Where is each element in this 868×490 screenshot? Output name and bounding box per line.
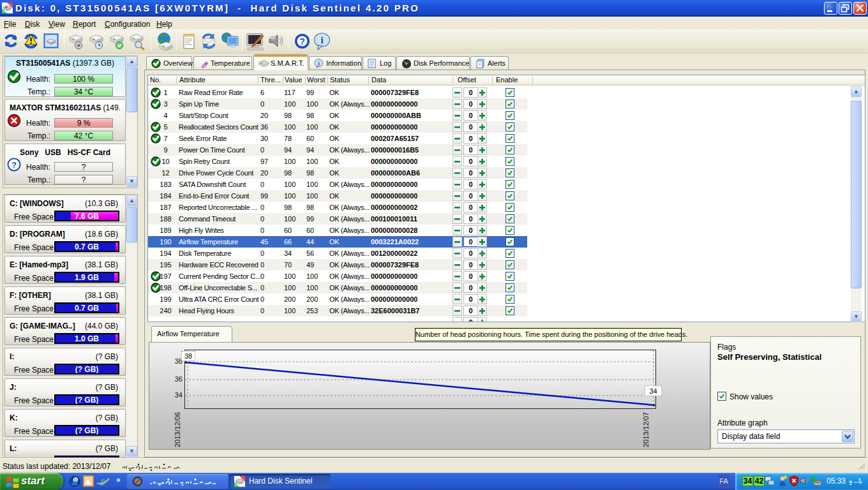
svg-text:e: e: [100, 475, 106, 488]
svg-text:i: i: [320, 35, 323, 45]
svg-text:?: ?: [11, 160, 17, 170]
svg-text:?: ?: [299, 36, 305, 47]
svg-text:PDF: PDF: [85, 482, 93, 486]
